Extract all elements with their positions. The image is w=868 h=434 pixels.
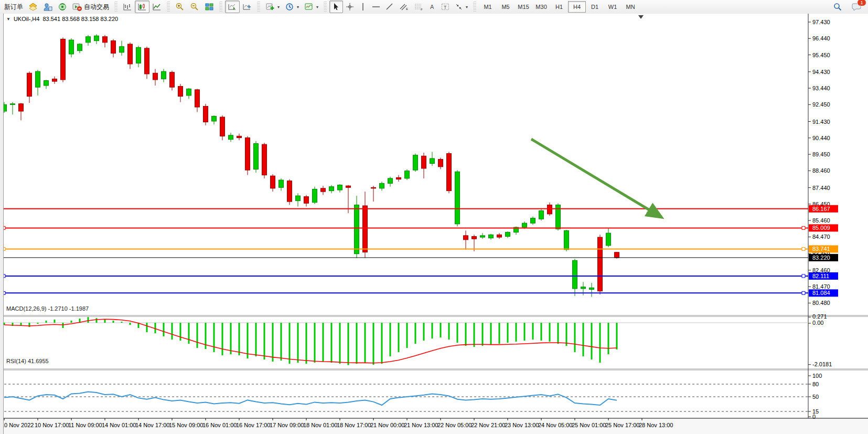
zoom-in-button[interactable] bbox=[173, 1, 187, 13]
tile-windows-button[interactable] bbox=[202, 1, 217, 13]
candle-body bbox=[279, 180, 284, 187]
line-handle[interactable] bbox=[802, 274, 805, 278]
date-tick-label: 25 Nov 17:00 bbox=[605, 422, 639, 428]
candle-body bbox=[36, 71, 40, 87]
chart-shift-icon bbox=[242, 3, 252, 11]
text-label-icon: T bbox=[441, 3, 449, 11]
date-tick-label: 10 Nov 2022 bbox=[1, 422, 34, 428]
candle-body bbox=[287, 181, 292, 202]
periods-button[interactable]: ▾ bbox=[282, 1, 302, 13]
candle-body bbox=[10, 104, 15, 105]
rsi-axis-label: 100 bbox=[812, 373, 822, 379]
candle-body bbox=[397, 177, 401, 179]
date-tick-label: 17 Nov 09:00 bbox=[270, 422, 304, 428]
candle-body bbox=[296, 196, 301, 200]
text-label-tool[interactable]: T bbox=[438, 1, 452, 13]
line-chart-button[interactable] bbox=[149, 1, 164, 13]
candle-body bbox=[430, 158, 435, 163]
toolbar-separator bbox=[167, 2, 170, 12]
channel-tool[interactable]: E bbox=[397, 1, 411, 13]
crosshair-button[interactable] bbox=[343, 1, 357, 13]
autoscroll-button[interactable] bbox=[225, 1, 240, 13]
toolbar-separator bbox=[324, 2, 327, 12]
price-line-tag-label: 86.167 bbox=[812, 206, 830, 212]
date-tick-label: 28 Nov 13:00 bbox=[639, 422, 673, 428]
candle-body bbox=[162, 71, 166, 79]
chart-canvas[interactable]: 97.43096.44095.45094.43093.44092.45091.4… bbox=[0, 14, 868, 434]
indicators-button[interactable]: ▾ bbox=[263, 1, 282, 13]
candle-body bbox=[128, 44, 133, 64]
notifications-button[interactable]: 1 bbox=[849, 1, 864, 13]
templates-icon bbox=[304, 3, 314, 11]
price-tick-label: 88.460 bbox=[812, 167, 830, 174]
toolbar-separator bbox=[114, 2, 117, 12]
candle-body bbox=[346, 186, 351, 187]
candle-body bbox=[195, 90, 200, 107]
timeframe-button-m5[interactable]: M5 bbox=[497, 1, 515, 13]
timeframe-button-m1[interactable]: M1 bbox=[479, 1, 497, 13]
candle-body bbox=[212, 116, 217, 121]
autoscroll-icon bbox=[228, 3, 237, 11]
price-tick-label: 85.460 bbox=[812, 217, 830, 224]
candlestick-button[interactable] bbox=[135, 1, 149, 13]
profile-button[interactable] bbox=[40, 1, 55, 13]
vertical-line-tool[interactable] bbox=[357, 1, 369, 13]
chevron-down-icon: ▾ bbox=[316, 5, 318, 9]
trendline-icon bbox=[385, 3, 394, 11]
cursor-button[interactable] bbox=[329, 1, 343, 13]
candle-body bbox=[111, 41, 116, 54]
timeframe-button-h4[interactable]: H4 bbox=[568, 1, 586, 13]
bar-chart-button[interactable] bbox=[120, 1, 135, 13]
fibonacci-tool[interactable]: F bbox=[411, 1, 426, 13]
trendline-tool[interactable] bbox=[383, 1, 397, 13]
macd-axis-label: -2.0181 bbox=[812, 361, 832, 367]
signals-button[interactable] bbox=[55, 1, 70, 13]
price-tick-label: 91.430 bbox=[812, 119, 830, 125]
chart-shift-button[interactable] bbox=[240, 1, 254, 13]
line-handle[interactable] bbox=[802, 247, 805, 250]
candle-body bbox=[497, 235, 502, 237]
clock-icon bbox=[285, 3, 294, 11]
price-tick-label: 87.440 bbox=[812, 185, 830, 191]
candle-body bbox=[522, 223, 527, 227]
templates-button[interactable]: ▾ bbox=[302, 1, 321, 13]
bar-chart-icon bbox=[123, 3, 132, 11]
candle-body bbox=[606, 233, 611, 246]
candlestick-icon bbox=[137, 3, 147, 11]
price-tick-label: 89.450 bbox=[812, 151, 830, 157]
autotrade-button[interactable]: 自动交易 bbox=[70, 1, 112, 13]
candle-body bbox=[455, 172, 460, 224]
timeframe-button-w1[interactable]: W1 bbox=[604, 1, 621, 13]
candle-body bbox=[78, 44, 82, 51]
rsi-axis-label: 80 bbox=[812, 381, 819, 387]
candle-body bbox=[229, 135, 233, 140]
candle-body bbox=[438, 160, 443, 167]
candle-body bbox=[573, 260, 577, 289]
chevron-down-icon: ▾ bbox=[277, 5, 280, 9]
zoom-out-icon bbox=[190, 3, 199, 11]
horizontal-line-tool[interactable] bbox=[369, 1, 383, 13]
price-tick-label: 93.440 bbox=[812, 85, 830, 91]
arrows-tool[interactable]: ▾ bbox=[452, 1, 470, 13]
line-handle[interactable] bbox=[802, 226, 805, 229]
timeframe-button-m15[interactable]: M15 bbox=[515, 1, 532, 13]
svg-text:A: A bbox=[430, 4, 434, 10]
one-click-expander-icon[interactable]: ▼ bbox=[6, 17, 10, 22]
price-line-tag-label: 83.220 bbox=[812, 255, 830, 261]
date-tick-label: 21 Nov 13:00 bbox=[404, 422, 438, 428]
toolbar-separator bbox=[473, 2, 476, 12]
timeframe-button-d1[interactable]: D1 bbox=[586, 1, 604, 13]
new-order-button[interactable]: 新订单 bbox=[2, 1, 26, 13]
timeframe-button-m30[interactable]: M30 bbox=[532, 1, 550, 13]
text-tool[interactable]: A bbox=[426, 1, 438, 13]
zoom-out-button[interactable] bbox=[187, 1, 202, 13]
layers-button[interactable] bbox=[26, 1, 40, 13]
timeframe-button-mn[interactable]: MN bbox=[621, 1, 639, 13]
date-tick-label: 10 Nov 17:00 bbox=[35, 422, 69, 428]
search-button[interactable] bbox=[830, 1, 845, 13]
timeframe-button-h1[interactable]: H1 bbox=[550, 1, 568, 13]
line-handle[interactable] bbox=[802, 291, 805, 294]
layers-icon bbox=[28, 3, 38, 11]
search-icon bbox=[833, 2, 842, 12]
candle-body bbox=[472, 236, 477, 239]
